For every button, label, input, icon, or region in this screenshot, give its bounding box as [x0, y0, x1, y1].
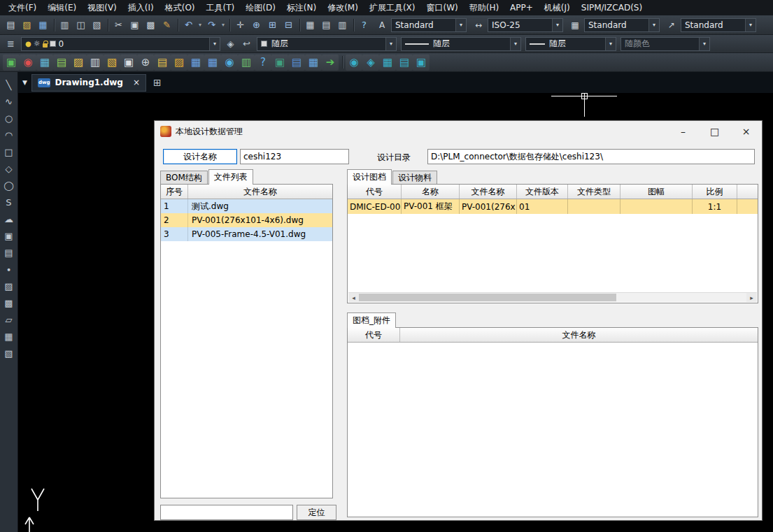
make-object-layer-current-icon[interactable]: ◈ — [222, 36, 239, 52]
layer-thaw-icon[interactable]: ☼ — [34, 39, 41, 48]
plugin-icon-13[interactable]: ▦ — [204, 55, 221, 71]
tab-design-materials[interactable]: 设计物料 — [392, 171, 437, 185]
tab-bom-structure[interactable]: BOM结构 — [160, 171, 208, 185]
circle-icon[interactable]: ○ — [2, 112, 16, 125]
menu-item[interactable]: 扩展工具(X) — [364, 0, 421, 16]
separator[interactable] — [339, 55, 346, 71]
ellipse-icon[interactable]: ◯ — [2, 179, 16, 192]
column-header[interactable]: 代号 — [348, 185, 402, 199]
separator[interactable] — [51, 17, 57, 33]
arc-icon[interactable]: ◠ — [2, 129, 16, 142]
layer-combo[interactable]: ● ☼ 0 ▾ — [21, 37, 220, 51]
separator[interactable] — [227, 17, 232, 33]
测试.dwg[interactable]: 1 测试.dwg — [161, 199, 332, 213]
insert-block-icon[interactable]: ▣ — [2, 229, 16, 243]
menu-item[interactable]: 标注(N) — [281, 0, 322, 16]
plugin-icon-05[interactable]: ▨ — [70, 55, 87, 71]
table-row[interactable]: DMIC-ED-00( PV-001 框架 PV-001(276x 01 1:1 — [348, 199, 758, 214]
column-header[interactable]: 文件类型 — [568, 185, 620, 199]
dim-style-combo[interactable]: ISO-25 ▾ — [488, 18, 563, 32]
chevron-down-icon[interactable]: ▾ — [648, 19, 659, 31]
plugin-icon-16[interactable]: ? — [255, 55, 271, 71]
scrollbar-thumb[interactable] — [359, 294, 616, 301]
scrollbar-track[interactable] — [359, 293, 746, 302]
chevron-down-icon[interactable]: ▾ — [745, 19, 756, 31]
plugin-icon-22[interactable]: ◈ — [362, 55, 379, 71]
cut-icon[interactable]: ✂ — [111, 17, 127, 33]
tab-list-icon[interactable]: ▼ — [22, 79, 27, 86]
plugin-icon-19[interactable]: ▦ — [305, 55, 322, 71]
menu-item[interactable]: 窗口(W) — [420, 0, 463, 16]
plugin-icon-07[interactable]: ▧ — [104, 55, 120, 71]
chevron-down-icon[interactable]: ▾ — [510, 38, 520, 50]
plot-icon[interactable]: ▥ — [57, 17, 73, 33]
menu-item[interactable]: 帮助(H) — [464, 0, 504, 16]
save-icon[interactable]: ▦ — [35, 17, 51, 33]
open-folder-icon[interactable]: ▨ — [19, 17, 35, 33]
plugin-icon-04[interactable]: ▤ — [53, 55, 70, 71]
polygon-icon[interactable]: ◇ — [2, 162, 16, 175]
maximize-button[interactable]: □ — [699, 121, 730, 141]
column-header-filename[interactable]: 文件名称 — [400, 328, 758, 342]
chevron-down-icon[interactable]: ▾ — [605, 38, 616, 50]
design-dir-input[interactable] — [427, 149, 755, 164]
scroll-left-icon[interactable]: ◂ — [348, 293, 359, 302]
plugin-icon-15[interactable]: ▥ — [238, 55, 255, 71]
plugin-icon-18[interactable]: ▤ — [288, 55, 305, 71]
plugin-icon-02[interactable]: ◉ — [20, 55, 36, 71]
tab-file-list[interactable]: 文件列表 — [208, 169, 253, 185]
separator[interactable] — [105, 17, 111, 33]
field-icon[interactable]: ▤ — [318, 17, 334, 33]
column-header[interactable]: 图幅 — [620, 185, 693, 199]
qnew-icon[interactable]: ▤ — [3, 17, 19, 33]
scroll-right-icon[interactable]: ▸ — [746, 293, 757, 302]
gradient-icon[interactable]: ▩ — [2, 296, 16, 310]
point-icon[interactable]: ∙ — [2, 263, 16, 276]
lineweight-combo[interactable]: 随层 ▾ — [525, 37, 616, 51]
zoom-window-icon[interactable]: ⊞ — [264, 17, 281, 33]
tab-drawing-attachments[interactable]: 图档_附件 — [347, 312, 396, 328]
layer-on-icon[interactable]: ● — [25, 40, 31, 48]
plugin-icon-12[interactable]: ▦ — [187, 55, 204, 71]
layer-properties-icon[interactable]: ≣ — [3, 36, 19, 52]
menu-item[interactable]: 修改(M) — [322, 0, 364, 16]
redo-dropdown-icon[interactable]: ▾ — [220, 17, 227, 33]
hatch-icon[interactable]: ▨ — [2, 280, 16, 293]
plugin-icon-25[interactable]: ▣ — [413, 55, 430, 71]
menu-item[interactable]: 插入(I) — [122, 0, 159, 16]
text-style-combo[interactable]: Standard ▾ — [391, 18, 467, 32]
locate-button[interactable]: 定位 — [297, 505, 336, 520]
dialog-titlebar[interactable]: 本地设计数据管理 – □ × — [155, 121, 762, 142]
color-combo[interactable]: 随层 ▾ — [257, 37, 397, 51]
chevron-down-icon[interactable]: ▾ — [209, 38, 220, 50]
line-icon[interactable]: ╲ — [2, 78, 16, 92]
pan-icon[interactable]: ✛ — [232, 17, 248, 33]
minimize-button[interactable]: – — [667, 121, 699, 141]
column-header[interactable]: 页 — [737, 185, 758, 199]
column-header-no[interactable]: 序号 — [161, 185, 188, 199]
plugin-icon-17[interactable]: ▣ — [271, 55, 288, 71]
column-header-code[interactable]: 代号 — [348, 328, 400, 342]
copy-icon[interactable]: ▣ — [127, 17, 143, 33]
publish-icon[interactable]: ▧ — [89, 17, 105, 33]
table-icon[interactable]: ▦ — [302, 17, 318, 33]
menu-item[interactable]: 编辑(E) — [42, 0, 82, 16]
menu-item[interactable]: SIPM/IZCAD(S) — [576, 1, 648, 15]
zoom-realtime-icon[interactable]: ⊕ — [248, 17, 264, 33]
rectangle-icon[interactable]: □ — [2, 145, 16, 159]
column-header[interactable]: 比例 — [693, 185, 737, 199]
redo-icon[interactable]: ↷ — [204, 17, 220, 33]
menu-item[interactable]: 绘图(D) — [240, 0, 281, 16]
menu-item[interactable]: 文件(F) — [3, 0, 42, 16]
column-header-filename[interactable]: 文件名称 — [188, 185, 332, 199]
PV-001(276x101-4x6).dwg[interactable]: 2 PV-001(276x101-4x6).dwg — [161, 213, 332, 227]
menu-item[interactable]: 机械(J) — [539, 0, 576, 16]
column-header[interactable]: 名称 — [402, 185, 460, 199]
table-style-combo[interactable]: Standard ▾ — [584, 18, 660, 32]
plugin-icon-21[interactable]: ◉ — [346, 55, 362, 71]
plugin-icon-23[interactable]: ▦ — [379, 55, 396, 71]
plugin-icon-01[interactable]: ▣ — [3, 55, 20, 71]
match-properties-icon[interactable]: ✎ — [159, 17, 175, 33]
linetype-combo[interactable]: 随层 ▾ — [401, 37, 521, 51]
layer-lock-icon[interactable] — [43, 43, 48, 48]
